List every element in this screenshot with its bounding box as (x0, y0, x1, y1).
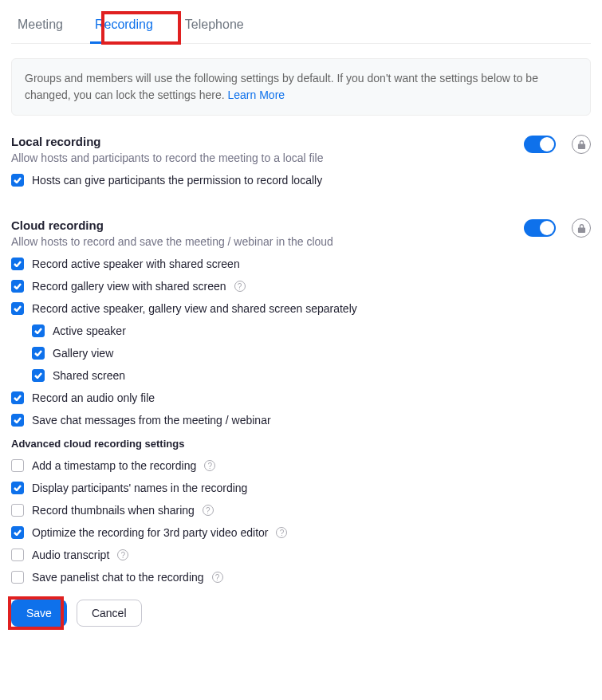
cloud-recording-lock[interactable] (572, 218, 591, 238)
advanced-heading: Advanced cloud recording settings (11, 438, 591, 450)
checkbox-timestamp[interactable] (11, 459, 24, 472)
local-recording-desc: Allow hosts and participants to record t… (11, 151, 323, 164)
checkbox-panelist-chat[interactable] (11, 571, 24, 584)
label-thumbnails: Record thumbnails when sharing (32, 504, 195, 517)
checkbox-sub-gallery[interactable] (32, 347, 45, 360)
label-active-speaker-shared: Record active speaker with shared screen (32, 258, 240, 270)
lock-icon (577, 140, 586, 150)
section-local-recording: Local recording Allow hosts and particip… (11, 135, 591, 187)
help-icon[interactable]: ? (204, 460, 215, 471)
tab-recording[interactable]: Recording (90, 11, 158, 43)
help-icon[interactable]: ? (212, 572, 223, 583)
checkbox-names[interactable] (11, 482, 24, 494)
section-cloud-recording: Cloud recording Allow hosts to record an… (11, 218, 591, 627)
checkbox-transcript[interactable] (11, 549, 24, 561)
settings-tabs: Meeting Recording Telephone (11, 11, 591, 44)
checkbox-save-chat[interactable] (11, 414, 24, 427)
label-sub-shared: Shared screen (53, 369, 125, 382)
tab-telephone[interactable]: Telephone (180, 11, 249, 43)
label-timestamp: Add a timestamp to the recording (32, 459, 196, 472)
checkbox-audio-only[interactable] (11, 391, 24, 404)
checkbox-separate[interactable] (11, 302, 24, 315)
checkbox-hosts-perm[interactable] (11, 174, 24, 187)
cloud-recording-toggle[interactable] (524, 219, 556, 237)
cloud-recording-title: Cloud recording (11, 218, 333, 232)
label-gallery-shared: Record gallery view with shared screen (32, 280, 226, 293)
label-separate: Record active speaker, gallery view and … (32, 302, 357, 315)
label-transcript: Audio transcript (32, 549, 109, 561)
save-button[interactable]: Save (11, 600, 67, 627)
help-icon[interactable]: ? (276, 527, 287, 538)
checkbox-sub-active-speaker[interactable] (32, 324, 45, 337)
local-recording-lock[interactable] (572, 135, 591, 154)
checkbox-sub-shared[interactable] (32, 369, 45, 382)
checkbox-gallery-shared[interactable] (11, 280, 24, 293)
help-icon[interactable]: ? (203, 505, 214, 516)
label-audio-only: Record an audio only file (32, 391, 155, 404)
tab-meeting[interactable]: Meeting (13, 11, 68, 43)
label-names: Display participants' names in the recor… (32, 482, 247, 494)
label-hosts-perm: Hosts can give participants the permissi… (32, 174, 322, 187)
label-panelist-chat: Save panelist chat to the recording (32, 571, 204, 584)
help-icon[interactable]: ? (234, 281, 246, 292)
label-sub-active-speaker: Active speaker (53, 324, 126, 337)
label-optimize: Optimize the recording for 3rd party vid… (32, 526, 268, 539)
local-recording-toggle[interactable] (524, 136, 556, 153)
learn-more-link[interactable]: Learn More (228, 88, 285, 101)
checkbox-active-speaker-shared[interactable] (11, 258, 24, 270)
checkbox-optimize[interactable] (11, 526, 24, 539)
cloud-recording-desc: Allow hosts to record and save the meeti… (11, 235, 333, 248)
label-save-chat: Save chat messages from the meeting / we… (32, 414, 271, 427)
lock-icon (577, 223, 586, 234)
info-banner: Groups and members will use the followin… (11, 58, 591, 116)
label-sub-gallery: Gallery view (53, 347, 113, 360)
help-icon[interactable]: ? (117, 549, 128, 560)
cancel-button[interactable]: Cancel (77, 600, 142, 627)
checkbox-thumbnails[interactable] (11, 504, 24, 517)
local-recording-title: Local recording (11, 135, 323, 148)
